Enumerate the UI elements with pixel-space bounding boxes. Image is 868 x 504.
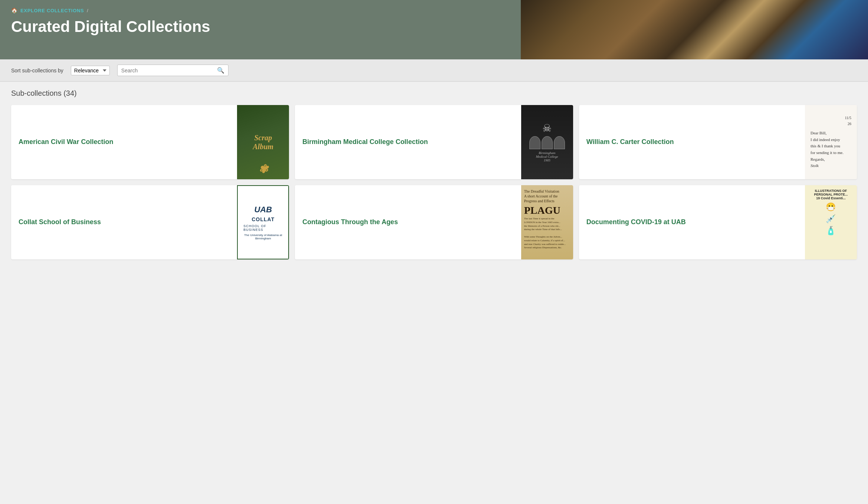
sort-label: Sort sub-collections by (11, 68, 63, 73)
page-header: 🏠 EXPLORE COLLECTIONS / Curated Digital … (0, 0, 868, 59)
medical-college-text: BirminghamMedical College1905 (536, 151, 558, 162)
covid-thumb: ILLUSTRATIONS OF PERSONAL PROTE...19 Cov… (805, 185, 857, 259)
collection-card-birmingham-medical[interactable]: Birmingham Medical College Collection ☠ … (295, 105, 573, 179)
breadcrumb-separator: / (87, 8, 88, 13)
plague-body: The last Time it spread in theLONDON in … (524, 217, 570, 250)
collection-thumbnail: ☠ BirminghamMedical College1905 (521, 105, 573, 179)
collection-thumbnail: ScrapAlbum (237, 105, 289, 179)
collection-info: Contagious Through the Ages (295, 210, 521, 234)
collection-name: Contagious Through the Ages (302, 218, 513, 226)
collection-card-collat[interactable]: Collat School of Business UAB COLLAT SCH… (11, 185, 289, 259)
collection-info: Documenting COVID-19 at UAB (579, 210, 805, 234)
search-icon[interactable]: 🔍 (217, 67, 224, 74)
uab-logo-text: UAB (254, 205, 272, 215)
search-container: 🔍 (117, 65, 228, 76)
sort-select[interactable]: Relevance Title A-Z Title Z-A Date (71, 66, 110, 75)
collection-thumbnail: 11/526 Dear Bill,I did indeed enjoythis … (805, 105, 857, 179)
collection-name: Collat School of Business (19, 218, 230, 226)
collection-name: William C. Carter Collection (586, 138, 798, 146)
breadcrumb: 🏠 EXPLORE COLLECTIONS / (11, 7, 857, 13)
letter-text: Dear Bill,I did indeed enjoythis & I tha… (811, 130, 851, 169)
covid-icons: 😷 💉 🧴 (826, 202, 836, 236)
portrait (554, 136, 565, 149)
sanitizer-icon: 🧴 (826, 226, 836, 236)
page-title: Curated Digital Collections (11, 18, 857, 36)
collat-name: COLLAT (251, 216, 274, 222)
scrapalbum-thumb: ScrapAlbum (237, 105, 289, 179)
collat-thumb: UAB COLLAT SCHOOL OF BUSINESS The Univer… (237, 185, 289, 259)
home-icon: 🏠 (11, 7, 17, 13)
main-content: Sub-collections (34) American Civil War … (0, 82, 868, 267)
plague-title: The Dreadful VisitationA short Account o… (524, 189, 570, 203)
collection-info: William C. Carter Collection (579, 130, 805, 154)
collection-info: American Civil War Collection (11, 130, 237, 154)
collection-card-carter[interactable]: William C. Carter Collection 11/526 Dear… (579, 105, 857, 179)
subcollections-heading: Sub-collections (34) (11, 89, 857, 98)
covid-title: ILLUSTRATIONS OF PERSONAL PROTE...19 Cov… (809, 189, 853, 200)
search-input[interactable] (121, 68, 217, 73)
collection-thumbnail: The Dreadful VisitationA short Account o… (521, 185, 573, 259)
collection-card-covid[interactable]: Documenting COVID-19 at UAB ILLUSTRATION… (579, 185, 857, 259)
carter-thumb: 11/526 Dear Bill,I did indeed enjoythis … (805, 105, 857, 179)
collection-info: Birmingham Medical College Collection (295, 130, 521, 154)
university-name: The University of Alabama at Birmingham (243, 233, 283, 240)
collections-grid: American Civil War Collection ScrapAlbum… (11, 105, 857, 259)
portrait (542, 136, 553, 149)
skull-icon: ☠ (542, 122, 552, 134)
collection-card-civil-war[interactable]: American Civil War Collection ScrapAlbum (11, 105, 289, 179)
plague-word: PLAGU (524, 205, 570, 216)
medical-thumb: ☠ BirminghamMedical College1905 (521, 105, 573, 179)
plague-thumb: The Dreadful VisitationA short Account o… (521, 185, 573, 259)
collection-name: American Civil War Collection (19, 138, 230, 146)
collection-name: Documenting COVID-19 at UAB (586, 218, 798, 226)
explore-collections-link[interactable]: EXPLORE COLLECTIONS (20, 8, 84, 13)
toolbar: Sort sub-collections by Relevance Title … (0, 59, 868, 82)
collection-thumbnail: UAB COLLAT SCHOOL OF BUSINESS The Univer… (237, 185, 289, 259)
collection-info: Collat School of Business (11, 210, 237, 234)
collection-name: Birmingham Medical College Collection (302, 138, 513, 146)
syringe-icon: 💉 (826, 214, 836, 224)
letter-date: 11/526 (811, 115, 851, 127)
collection-card-contagious[interactable]: Contagious Through the Ages The Dreadful… (295, 185, 573, 259)
portrait-row (529, 136, 565, 149)
collection-thumbnail: ILLUSTRATIONS OF PERSONAL PROTE...19 Cov… (805, 185, 857, 259)
portrait (529, 136, 540, 149)
mask-icon: 😷 (826, 202, 836, 212)
school-of-business: SCHOOL OF BUSINESS (243, 224, 283, 232)
